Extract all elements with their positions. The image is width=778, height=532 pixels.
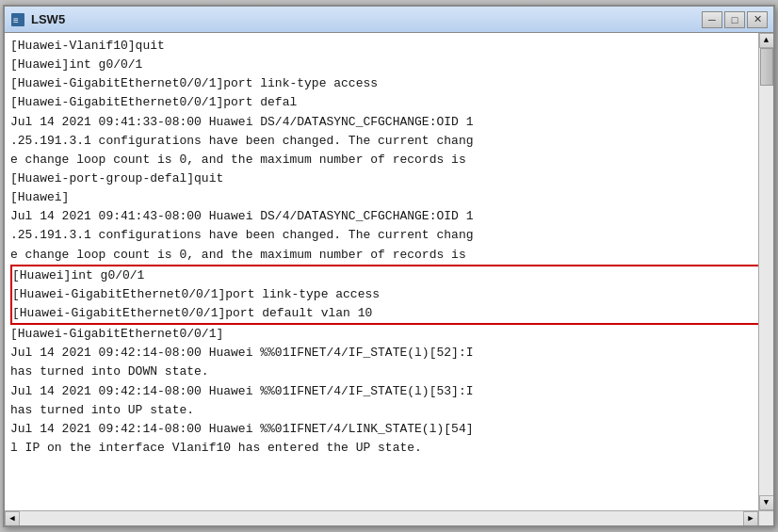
main-window: ≡ LSW5 ─ □ ✕ [Huawei-Vlanif10]quit [Huaw…	[3, 5, 775, 527]
terminal-line: Jul 14 2021 09:41:43-08:00 Huawei DS/4/D…	[10, 207, 768, 226]
terminal-line: has turned into UP state.	[10, 401, 768, 420]
terminal-line: e change loop count is 0, and the maximu…	[10, 246, 768, 265]
terminal-line: Jul 14 2021 09:41:33-08:00 Huawei DS/4/D…	[10, 113, 768, 132]
terminal-line: [Huawei-Vlanif10]quit	[10, 37, 768, 56]
scroll-right-button[interactable]: ▶	[743, 511, 758, 526]
terminal-line: Jul 14 2021 09:42:14-08:00 Huawei %%01IF…	[10, 344, 768, 363]
terminal-line: has turned into DOWN state.	[10, 363, 768, 381]
window-controls: ─ □ ✕	[702, 11, 768, 28]
terminal-line: [Huawei-GigabitEthernet0/0/1]port link-t…	[10, 74, 768, 93]
scroll-thumb-v[interactable]	[760, 48, 773, 86]
window-title: LSW5	[31, 12, 702, 26]
scroll-left-button[interactable]: ◀	[5, 511, 20, 526]
terminal-line: .25.191.3.1 configurations have been cha…	[10, 226, 768, 245]
scroll-track-v[interactable]	[759, 48, 773, 495]
terminal-area: [Huawei-Vlanif10]quit [Huawei]int g0/0/1…	[5, 33, 773, 525]
terminal-line: Jul 14 2021 09:42:14-08:00 Huawei %%01IF…	[10, 420, 768, 439]
svg-text:≡: ≡	[13, 15, 19, 25]
terminal-line: [Huawei-port-group-defal]quit	[10, 169, 768, 188]
terminal-line: [Huawei-GigabitEthernet0/0/1]	[10, 325, 768, 344]
terminal-content[interactable]: [Huawei-Vlanif10]quit [Huawei]int g0/0/1…	[5, 33, 773, 525]
close-button[interactable]: ✕	[747, 11, 768, 28]
vertical-scrollbar[interactable]: ▲ ▼	[758, 33, 773, 510]
terminal-line: [Huawei]	[10, 188, 768, 207]
terminal-line: e change loop count is 0, and the maximu…	[10, 151, 768, 169]
scroll-track-h[interactable]	[20, 511, 743, 525]
terminal-line: [Huawei]int g0/0/1	[10, 56, 768, 74]
maximize-button[interactable]: □	[724, 11, 745, 28]
terminal-line: .25.191.3.1 configurations have been cha…	[10, 132, 768, 151]
terminal-line: Jul 14 2021 09:42:14-08:00 Huawei %%01IF…	[10, 382, 768, 401]
minimize-button[interactable]: ─	[702, 11, 722, 28]
terminal-line: [Huawei-GigabitEthernet0/0/1]port defal	[10, 93, 768, 112]
terminal-line-highlighted: [Huawei-GigabitEthernet0/0/1]port defaul…	[12, 304, 766, 323]
scrollbar-corner	[758, 510, 773, 525]
window-icon: ≡	[10, 12, 25, 27]
scroll-down-button[interactable]: ▼	[759, 495, 774, 510]
terminal-line: l IP on the interface Vlanif10 has enter…	[10, 439, 768, 458]
title-bar: ≡ LSW5 ─ □ ✕	[5, 7, 773, 33]
horizontal-scrollbar[interactable]: ◀ ▶	[5, 510, 758, 525]
scroll-up-button[interactable]: ▲	[759, 33, 774, 48]
terminal-line-highlighted: [Huawei]int g0/0/1	[12, 266, 766, 285]
terminal-line-highlighted: [Huawei-GigabitEthernet0/0/1]port link-t…	[12, 285, 766, 304]
